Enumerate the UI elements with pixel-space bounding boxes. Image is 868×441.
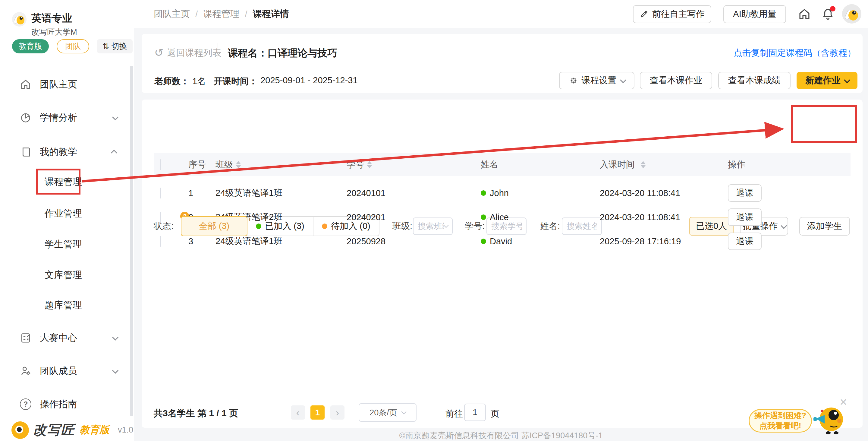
header-sid: 学号 [347,159,372,171]
logo-icon [11,421,29,439]
back-to-course-list[interactable]: ↺ 返回课程列表 [154,47,221,59]
sidebar-item-course-management[interactable]: 课程管理 [44,173,82,190]
app-root: 英语专业 改写匠大学M 教育版 团队 ⇅切换 团队主页 学情分析 我的教学 课程… [0,0,868,441]
sidebar-item-guide[interactable]: ? 操作指南 [0,395,130,413]
teacher-count-label: 老师数： [154,76,189,87]
team-badge: 团队 [57,39,89,53]
breadcrumb-course-detail: 课程详情 [253,8,289,20]
header-time: 入课时间 [600,159,646,171]
pencil-icon [640,10,649,19]
sidebar-scrollbar[interactable] [130,66,133,416]
sidebar-item-contest-center[interactable]: 大赛中心 [0,329,130,347]
sidebar-item-analytics[interactable]: 学情分析 [0,109,130,127]
prev-page-button[interactable]: ‹ [291,405,305,419]
student-list-card: 状态: ? 全部 (3) 已加入 (3) 待加入 (0) 班级: 学号: 姓名:… [142,99,863,428]
switch-button[interactable]: ⇅切换 [97,39,133,53]
drop-course-button[interactable]: 退课 [728,208,762,226]
table-row: 1 24级英语笔译1班 20240101 John 2024-03-20 11:… [154,181,850,205]
close-icon[interactable]: × [840,396,847,408]
header-name: 姓名 [481,159,498,171]
pagination-summary: 共3名学生 第 1 / 1 页 [154,407,238,419]
drop-course-button[interactable]: 退课 [728,233,762,250]
sidebar: 英语专业 改写匠大学M 教育版 团队 ⇅切换 团队主页 学情分析 我的教学 课程… [0,0,134,441]
page-1-button[interactable]: 1 [310,405,324,419]
course-settings-button[interactable]: 课程设置 [559,72,634,89]
student-name: Alice [481,212,509,222]
course-meta: 老师数： 1名 开课时间： 2025-09-01 - 2025-12-31 [154,76,358,87]
header-no: 序号 [188,159,206,171]
ai-usage-button[interactable]: AI助教用量 [723,5,786,23]
course-header-card: ↺ 返回课程列表 课程名：口译理论与技巧 点击复制固定课程码（含教程） 老师数：… [142,34,863,93]
divider [218,43,218,60]
sidebar-item-team-members[interactable]: 团队成员 [0,362,130,380]
team-name: 英语专业 [31,12,77,24]
goto-page-input[interactable] [464,404,486,421]
topbar: 团队主页 / 课程管理 / 课程详情 前往自主写作 AI助教用量 [134,0,868,28]
teacher-count-value: 1名 [192,76,206,87]
tab-all[interactable]: 全部 (3) [181,216,247,236]
breadcrumb: 团队主页 / 课程管理 / 课程详情 [154,0,289,28]
chevron-down-icon [112,114,119,120]
sidebar-item-my-teaching[interactable]: 我的教学 [0,143,130,161]
status-dot [481,239,486,244]
sidebar-item-team-home[interactable]: 团队主页 [0,76,130,93]
breadcrumb-course-management[interactable]: 课程管理 [203,8,239,20]
sidebar-item-question-bank-management[interactable]: 题库管理 [44,297,82,314]
sort-class[interactable] [236,161,241,168]
per-page-select[interactable]: 20条/页 [359,403,416,422]
back-icon: ↺ [154,47,163,59]
view-grades-button[interactable]: 查看本课成绩 [718,72,790,89]
course-time-label: 开课时间： [214,76,257,87]
student-name: John [481,188,509,198]
course-title: 课程名：口译理论与技巧 [228,47,337,60]
header-action: 操作 [728,159,745,171]
chevron-up-icon [111,150,117,156]
edition-badge: 教育版 [12,39,49,53]
status-dot [481,214,486,220]
drop-course-button[interactable]: 退课 [728,184,762,202]
badge-row: 教育版 团队 ⇅切换 [12,39,133,53]
header-class: 班级 [216,159,241,171]
logo-version: v1.0 [118,425,133,435]
sort-sid[interactable] [367,161,372,168]
sidebar-item-homework-management[interactable]: 作业管理 [44,205,82,222]
home-icon[interactable] [798,8,811,21]
chevron-down-icon [844,77,850,83]
goto-suffix: 页 [491,408,499,420]
helper-mascot-icon[interactable] [812,404,846,437]
row-checkbox[interactable] [160,187,161,199]
chevron-down-icon [112,367,119,374]
select-all-checkbox[interactable] [160,159,161,170]
user-avatar[interactable] [842,4,861,24]
sort-time[interactable] [641,161,646,168]
course-time-value: 2025-09-01 - 2025-12-31 [260,76,358,87]
row-checkbox[interactable] [160,212,161,223]
copy-course-code-link[interactable]: 点击复制固定课程码（含教程） [734,47,856,59]
chevron-down-icon [401,409,406,414]
helper-bubble[interactable]: 操作遇到困难? 点我看看吧! [749,409,812,433]
notification-dot [830,6,835,11]
goto-label: 前往 [445,408,463,420]
row-checkbox[interactable] [160,236,161,247]
chevron-down-icon [112,334,119,340]
contest-icon [20,332,31,344]
student-name: David [481,236,512,246]
book-icon [20,146,31,158]
breadcrumb-team-home[interactable]: 团队主页 [154,8,190,20]
table-header: 序号 班级 学号 姓名 入课时间 操作 [154,153,850,176]
go-writing-button[interactable]: 前往自主写作 [633,5,711,23]
view-homework-button[interactable]: 查看本课作业 [640,72,712,89]
sidebar-item-student-management[interactable]: 学生管理 [44,236,82,253]
new-homework-button[interactable]: 新建作业 [797,72,858,89]
member-gear-icon [20,365,31,377]
status-dot [481,190,486,196]
app-logo: 改写匠 教育版 v1.0 [11,421,133,439]
notification-bell-icon[interactable] [822,8,834,21]
chevron-down-icon [620,77,626,83]
team-avatar [12,12,27,27]
swap-icon: ⇅ [102,41,109,51]
gear-icon [569,76,578,85]
next-page-button[interactable]: › [330,405,344,419]
table-row: 3 24级英语笔译1班 20250928 David 2025-09-28 17… [154,229,850,254]
sidebar-item-library-management[interactable]: 文库管理 [44,267,82,284]
